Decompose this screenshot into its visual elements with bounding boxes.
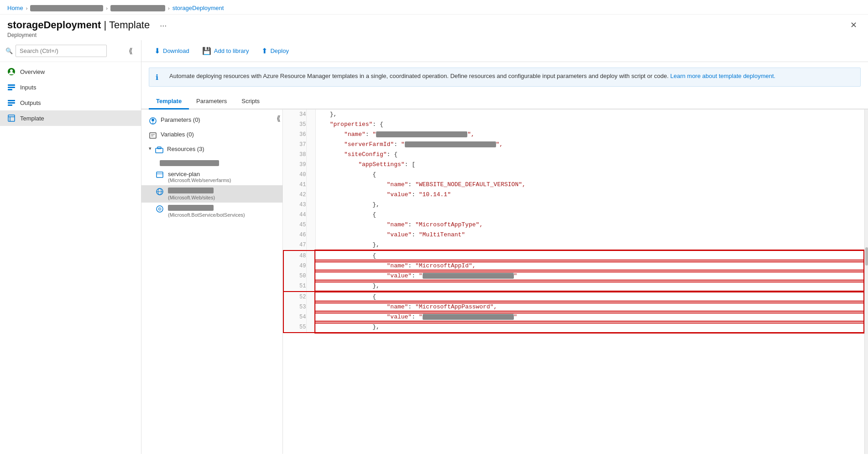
code-line-content: "value": "" <box>316 312 864 322</box>
page-title: storageDeployment | Template ··· <box>7 19 169 31</box>
code-line-row: 52 { <box>283 292 864 302</box>
page-title-group: storageDeployment | Template ··· Deploym… <box>7 19 169 38</box>
line-number: 43 <box>283 200 306 210</box>
tree-item-botservice[interactable]: (Microsoft.BotService/botServices) <box>141 203 282 220</box>
line-number: 55 <box>283 322 306 333</box>
code-gutter <box>306 160 315 170</box>
add-to-library-button[interactable]: 💾 Add to library <box>197 44 255 58</box>
parameters-icon <box>149 117 157 126</box>
svg-rect-5 <box>8 100 15 101</box>
deploy-button[interactable]: ⬆ Deploy <box>256 44 294 58</box>
tab-scripts[interactable]: Scripts <box>234 94 267 109</box>
tree-panel: ⟪ Parameters (0) Variables <box>141 109 283 454</box>
code-content-cell: "appSettings": [ <box>315 160 864 170</box>
code-content-cell: "name": "MicrosoftAppPassword", <box>315 302 864 312</box>
code-line-content: }, <box>316 281 864 291</box>
info-text: Automate deploying resources with Azure … <box>169 73 775 82</box>
code-content-cell: "value": "" <box>315 312 864 322</box>
code-line-row: 53 "name": "MicrosoftAppPassword", <box>283 302 864 312</box>
breadcrumb: Home › › › storageDeployment <box>0 0 868 15</box>
page-header: storageDeployment | Template ··· Deploym… <box>0 15 868 40</box>
ellipsis-button[interactable]: ··· <box>157 20 169 31</box>
resources-icon <box>155 146 163 156</box>
code-gutter <box>306 150 315 160</box>
line-number: 52 <box>283 292 306 302</box>
code-line-row: 40 { <box>283 170 864 180</box>
deploy-icon: ⬆ <box>261 47 267 55</box>
tree-item-service-plan[interactable]: service-plan (Microsoft.Web/serverfarms) <box>141 168 282 185</box>
tree-item-variables[interactable]: Variables (0) <box>141 129 282 143</box>
sidebar-item-template[interactable]: Template <box>0 110 141 126</box>
code-gutter <box>306 170 315 180</box>
tree-item-webapp[interactable]: (Microsoft.Web/sites) <box>141 185 282 203</box>
tree-item-blurred[interactable] <box>141 158 282 168</box>
search-input[interactable] <box>16 45 107 57</box>
breadcrumb-home[interactable]: Home <box>7 5 23 11</box>
code-line-content: "siteConfig": { <box>316 150 864 160</box>
code-content-cell: { <box>315 210 864 220</box>
sidebar-item-outputs-label: Outputs <box>20 99 41 106</box>
code-line-content: }, <box>316 109 864 120</box>
code-gutter <box>306 322 315 333</box>
code-panel: 34 },35 "properties": {36 "name": "",37 … <box>283 109 864 454</box>
line-number: 34 <box>283 109 306 120</box>
tab-parameters[interactable]: Parameters <box>189 94 234 109</box>
line-number: 51 <box>283 281 306 292</box>
line-number: 47 <box>283 240 306 250</box>
tab-template[interactable]: Template <box>149 94 189 109</box>
svg-rect-13 <box>150 133 156 138</box>
sidebar: 🔍 ⟪ Overview Inputs <box>0 40 141 454</box>
code-line-content: "properties": { <box>316 120 864 130</box>
outputs-icon <box>7 99 16 107</box>
tree-item-parameters[interactable]: Parameters (0) <box>141 114 282 129</box>
code-line-row: 41 "name": "WEBSITE_NODE_DEFAULT_VERSION… <box>283 180 864 190</box>
sidebar-item-outputs[interactable]: Outputs <box>0 95 141 110</box>
line-number: 45 <box>283 220 306 230</box>
breadcrumb-deployment[interactable]: storageDeployment <box>173 5 224 11</box>
main-layout: 🔍 ⟪ Overview Inputs <box>0 40 868 454</box>
code-content-cell: }, <box>315 109 864 120</box>
scroll-thumb <box>865 247 868 266</box>
svg-rect-18 <box>157 172 163 177</box>
code-gutter <box>306 281 315 292</box>
code-gutter <box>306 250 315 261</box>
code-line-row: 47 }, <box>283 240 864 250</box>
sidebar-item-inputs[interactable]: Inputs <box>0 79 141 95</box>
code-line-row: 36 "name": "", <box>283 130 864 140</box>
tree-item-resources[interactable]: ▾ Resources (3) <box>141 143 282 158</box>
line-number: 46 <box>283 230 306 240</box>
botservice-icon <box>156 205 164 214</box>
code-gutter <box>306 109 315 120</box>
line-number: 40 <box>283 170 306 180</box>
sidebar-item-overview[interactable]: Overview <box>0 64 141 79</box>
code-content-cell: "name": "MicrosoftAppId", <box>315 261 864 271</box>
download-button[interactable]: ⬇ Download <box>149 44 195 58</box>
code-line-content: }, <box>316 200 864 210</box>
code-content-cell: "value": "MultiTenant" <box>315 230 864 240</box>
breadcrumb-item3 <box>110 5 165 11</box>
breadcrumb-sep2: › <box>106 5 108 11</box>
svg-rect-3 <box>8 87 15 88</box>
code-gutter <box>306 180 315 190</box>
info-link[interactable]: Learn more about template deployment. <box>670 73 776 79</box>
code-line-content: "name": "MicrosoftAppType", <box>316 220 864 230</box>
variables-label: Variables (0) <box>161 131 194 138</box>
code-line-content: }, <box>316 240 864 250</box>
collapse-sidebar-button[interactable]: ⟪ <box>126 45 136 57</box>
code-line-row: 49 "name": "MicrosoftAppId", <box>283 261 864 271</box>
page-title-bold: storageDeployment <box>7 19 101 31</box>
code-table: 34 },35 "properties": {36 "name": "",37 … <box>283 109 864 333</box>
service-plan-label: service-plan (Microsoft.Web/serverfarms) <box>168 171 231 183</box>
code-line-content: "value": "MultiTenant" <box>316 230 864 240</box>
tree-collapse-button[interactable]: ⟪ <box>277 114 281 123</box>
line-number: 38 <box>283 150 306 160</box>
close-button[interactable]: ✕ <box>847 19 861 31</box>
resources-expander: ▾ <box>149 146 152 151</box>
code-line-row: 55 }, <box>283 322 864 333</box>
line-number: 50 <box>283 271 306 281</box>
tabs: Template Parameters Scripts <box>141 94 868 109</box>
code-line-row: 38 "siteConfig": { <box>283 150 864 160</box>
code-line-content: "value": "10.14.1" <box>316 190 864 200</box>
code-gutter <box>306 220 315 230</box>
svg-rect-2 <box>8 84 15 86</box>
